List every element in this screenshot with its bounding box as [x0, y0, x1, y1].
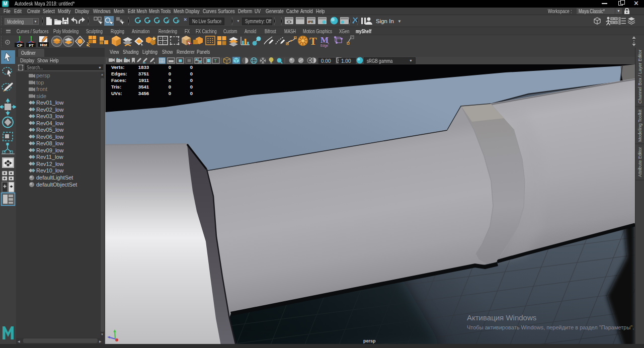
svg-text:Активация Windows: Активация Windows — [467, 313, 536, 322]
svg-text:Edges:: Edges: — [111, 71, 127, 76]
svg-text:defaultObjectSet: defaultObjectSet — [36, 182, 77, 188]
svg-text:Rev08_low: Rev08_low — [36, 140, 63, 146]
svg-text:1833: 1833 — [138, 64, 149, 70]
svg-text:Rev01_low: Rev01_low — [36, 100, 63, 106]
svg-text:▼: ▼ — [397, 19, 401, 24]
svg-text:Faces:: Faces: — [111, 77, 126, 83]
svg-text:0: 0 — [190, 71, 193, 76]
svg-text:Rev09_low: Rev09_low — [36, 147, 63, 153]
svg-text:Verts:: Verts: — [111, 64, 124, 70]
svg-text:Rev04_low: Rev04_low — [36, 120, 63, 126]
svg-text:FT: FT — [29, 43, 34, 48]
svg-text:Sign In: Sign In — [376, 18, 394, 24]
svg-text:T: T — [214, 58, 217, 63]
svg-text:persp: persp — [36, 72, 50, 78]
svg-text:Rev03_low: Rev03_low — [36, 113, 63, 119]
svg-text:Rev11_low: Rev11_low — [36, 154, 63, 160]
svg-text:Modeling Toolkit: Modeling Toolkit — [637, 109, 642, 142]
svg-text:Edge: Edge — [320, 44, 329, 48]
svg-text:CP: CP — [17, 43, 22, 48]
svg-text:Rev02_low: Rev02_low — [36, 107, 63, 113]
svg-text:1911: 1911 — [138, 77, 149, 83]
svg-text:0: 0 — [169, 77, 171, 83]
svg-text:0: 0 — [169, 71, 171, 76]
svg-text:3541: 3541 — [138, 84, 149, 90]
svg-text:3751: 3751 — [138, 71, 149, 76]
svg-text:0: 0 — [190, 91, 193, 96]
svg-text:front: front — [36, 86, 47, 92]
svg-text:Rev06_low: Rev06_low — [36, 134, 63, 140]
svg-text:side: side — [36, 93, 46, 99]
svg-text:0: 0 — [190, 64, 193, 70]
svg-text:persp: persp — [363, 338, 376, 343]
svg-text:Attribute Editor: Attribute Editor — [637, 147, 642, 177]
svg-text:defaultLightSet: defaultLightSet — [36, 175, 73, 181]
svg-text:3456: 3456 — [138, 91, 149, 96]
svg-text:UVs:: UVs: — [111, 91, 122, 96]
svg-text:Чтобы активировать Windows, пе: Чтобы активировать Windows, перейдите в … — [467, 324, 634, 330]
svg-text:Rev12_low: Rev12_low — [36, 161, 63, 167]
svg-text:Rev05_low: Rev05_low — [36, 127, 63, 133]
svg-text:T: T — [309, 35, 317, 47]
svg-text:top: top — [36, 79, 44, 85]
svg-text:0: 0 — [169, 91, 171, 96]
svg-text:0: 0 — [169, 64, 171, 70]
svg-text:Channel Box / Layer Editor: Channel Box / Layer Editor — [637, 49, 642, 104]
svg-text:0: 0 — [190, 84, 193, 90]
svg-text:Hist: Hist — [40, 43, 47, 47]
svg-text:IPR: IPR — [308, 20, 313, 24]
svg-text:Tris:: Tris: — [111, 84, 121, 90]
svg-text:0: 0 — [169, 84, 171, 90]
svg-text:0: 0 — [190, 77, 193, 83]
svg-text:Rev10_low: Rev10_low — [36, 167, 63, 173]
